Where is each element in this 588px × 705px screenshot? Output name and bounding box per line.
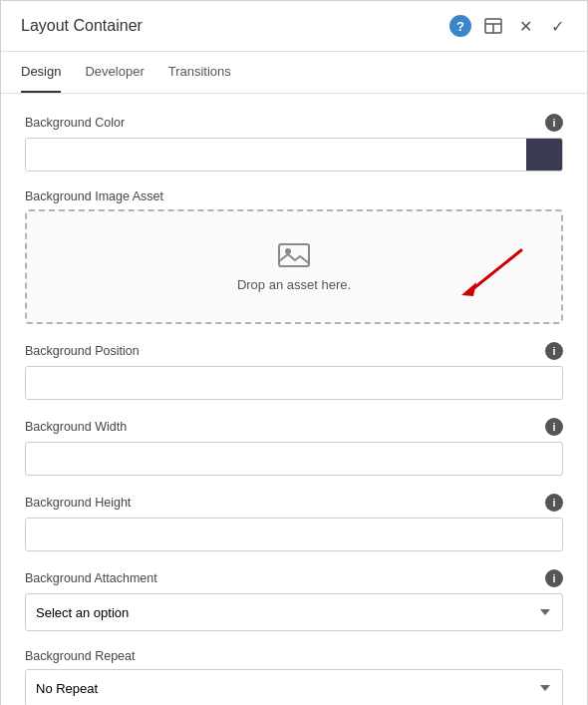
close-icon[interactable]: ✕	[515, 16, 535, 36]
panel-title: Layout Container	[21, 17, 449, 35]
background-position-info-icon[interactable]: i	[545, 342, 563, 360]
background-image-asset-group: Background Image Asset Drop an asset her…	[25, 189, 563, 324]
background-color-info-icon[interactable]: i	[545, 114, 563, 132]
background-attachment-info-icon[interactable]: i	[545, 569, 563, 587]
drop-zone[interactable]: Drop an asset here.	[25, 209, 563, 324]
svg-line-5	[471, 250, 521, 290]
background-repeat-label-row: Background Repeat	[25, 649, 563, 663]
panel-header: Layout Container ? ✕ ✓	[1, 1, 587, 52]
tabs: Design Developer Transitions	[1, 52, 587, 94]
background-color-label-row: Background Color i	[25, 114, 563, 132]
background-repeat-label: Background Repeat	[25, 649, 136, 663]
background-color-group: Background Color i	[25, 114, 563, 172]
background-repeat-group: Background Repeat No Repeat Repeat Repea…	[25, 649, 563, 705]
background-position-label: Background Position	[25, 344, 140, 358]
background-width-label: Background Width	[25, 420, 127, 434]
background-width-input[interactable]	[25, 442, 563, 476]
background-width-group: Background Width i	[25, 418, 563, 476]
svg-rect-3	[279, 244, 309, 266]
background-height-label-row: Background Height i	[25, 494, 563, 512]
background-attachment-group: Background Attachment i Select an option…	[25, 569, 563, 631]
background-position-input[interactable]	[25, 366, 563, 400]
tab-design[interactable]: Design	[21, 52, 61, 93]
background-height-input[interactable]	[25, 518, 563, 551]
background-image-label: Background Image Asset	[25, 189, 163, 203]
background-position-group: Background Position i	[25, 342, 563, 400]
color-swatch[interactable]	[526, 138, 562, 172]
header-icons: ? ✕ ✓	[449, 15, 567, 37]
background-color-label: Background Color	[25, 116, 125, 130]
background-height-label: Background Height	[25, 496, 131, 510]
image-icon	[278, 241, 310, 269]
background-repeat-select[interactable]: No Repeat Repeat Repeat X Repeat Y Space…	[25, 669, 563, 705]
help-icon[interactable]: ?	[449, 15, 471, 37]
background-attachment-label: Background Attachment	[25, 571, 157, 585]
svg-marker-6	[461, 282, 476, 296]
background-height-group: Background Height i	[25, 494, 563, 551]
arrow-annotation	[451, 240, 531, 304]
background-image-label-row: Background Image Asset	[25, 189, 563, 203]
color-input-row	[25, 138, 563, 172]
drop-zone-text: Drop an asset here.	[237, 277, 351, 292]
background-height-info-icon[interactable]: i	[545, 494, 563, 512]
background-position-label-row: Background Position i	[25, 342, 563, 360]
panel: Layout Container ? ✕ ✓ Design Developer	[0, 0, 588, 705]
background-attachment-select[interactable]: Select an option Scroll Fixed Local	[25, 593, 563, 631]
background-width-info-icon[interactable]: i	[545, 418, 563, 436]
background-color-input[interactable]	[26, 139, 526, 171]
check-icon[interactable]: ✓	[547, 16, 567, 36]
background-attachment-label-row: Background Attachment i	[25, 569, 563, 587]
panel-body: Background Color i Background Image Asse…	[1, 94, 587, 705]
tab-transitions[interactable]: Transitions	[168, 52, 231, 93]
tab-developer[interactable]: Developer	[85, 52, 144, 93]
layout-icon[interactable]	[483, 16, 503, 36]
background-width-label-row: Background Width i	[25, 418, 563, 436]
